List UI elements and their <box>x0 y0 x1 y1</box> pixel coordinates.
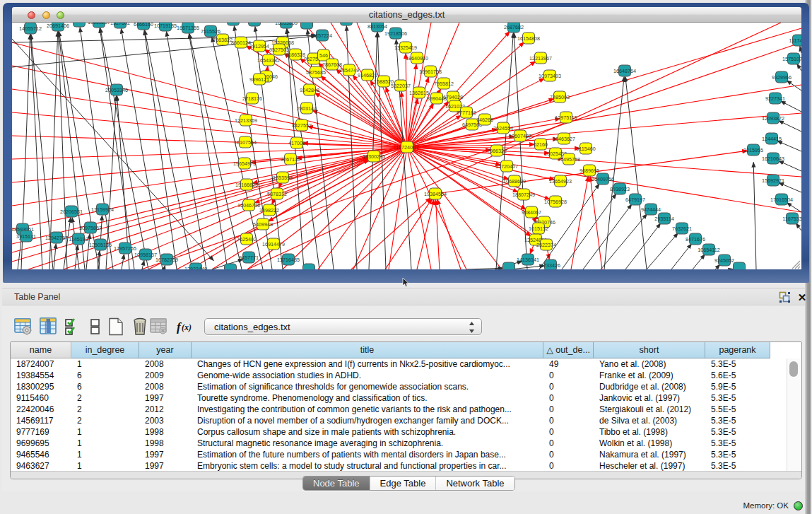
table-vertical-scrollbar[interactable] <box>787 358 801 472</box>
black-edge[interactable] <box>142 260 144 269</box>
yellow-node[interactable]: 13654923 <box>549 175 572 187</box>
column-header-pagerank[interactable]: pagerank <box>705 342 770 358</box>
teal-node[interactable] <box>225 264 237 269</box>
table-cell[interactable]: 2 <box>71 404 139 415</box>
red-edge[interactable] <box>571 176 588 269</box>
table-cell[interactable]: 5.3E-5 <box>705 449 770 460</box>
teal-node[interactable] <box>341 23 353 25</box>
float-panel-icon[interactable] <box>779 291 792 304</box>
black-edge[interactable] <box>779 121 801 132</box>
table-cell[interactable]: 5.6E-5 <box>705 370 770 381</box>
table-cell[interactable]: 9115460 <box>11 392 71 404</box>
table-cell[interactable]: 1 <box>71 426 139 438</box>
table-cell[interactable]: 0 <box>543 392 594 404</box>
yellow-node[interactable]: 16154808 <box>517 33 540 44</box>
teal-node[interactable]: 1117404 <box>789 35 801 46</box>
table-row[interactable]: 1872400712008Changes of HCN gene express… <box>11 358 788 370</box>
table-row[interactable]: 2242004622012Investigating the contribut… <box>11 404 788 415</box>
table-row[interactable]: 946554611997Estimation of the future num… <box>11 449 788 460</box>
table-cell[interactable]: 1998 <box>139 438 192 449</box>
teal-node[interactable] <box>734 262 746 269</box>
table-cell[interactable]: 5.3E-5 <box>705 438 770 449</box>
table-cell[interactable]: 1997 <box>139 449 192 460</box>
table-cell[interactable]: 9699695 <box>11 438 71 449</box>
black-edge[interactable] <box>797 64 801 71</box>
teal-node[interactable] <box>303 264 315 269</box>
table-cell[interactable]: Franke et al. (2009) <box>594 370 705 381</box>
table-cell[interactable]: Hescheler et al. (1997) <box>594 460 705 472</box>
table-cell[interactable]: 0 <box>543 438 594 449</box>
teal-node[interactable]: 17159924 <box>91 204 114 215</box>
table-cell[interactable]: 18300295 <box>11 381 71 392</box>
teal-node[interactable]: 30975867 <box>79 222 102 233</box>
black-edge[interactable] <box>647 233 678 269</box>
table-cell[interactable]: Genome-wide association studies in ADHD. <box>192 370 543 381</box>
table-cell[interactable]: 14569117 <box>11 415 71 426</box>
table-cell[interactable]: 0 <box>543 381 594 392</box>
tab-network-table[interactable]: Network Table <box>436 477 514 490</box>
teal-node[interactable]: 14055712 <box>19 23 42 34</box>
table-cell[interactable]: 5.3E-5 <box>705 358 770 370</box>
black-edge[interactable] <box>777 141 801 151</box>
show-columns-icon[interactable] <box>40 317 58 336</box>
table-cell[interactable]: 2008 <box>139 381 192 392</box>
teal-node[interactable]: 9457771 <box>239 252 259 263</box>
yellow-node[interactable]: 12975115 <box>555 112 577 123</box>
teal-node[interactable]: 17016504 <box>770 194 793 205</box>
black-edge[interactable] <box>287 28 319 269</box>
table-row[interactable]: 1938455462009Genome-wide association stu… <box>11 370 788 381</box>
teal-node[interactable]: 10958157 <box>134 249 157 260</box>
close-panel-icon[interactable]: ✕ <box>796 291 808 303</box>
yellow-node[interactable]: 8454749 <box>339 64 359 76</box>
black-edge[interactable] <box>583 204 632 269</box>
yellow-node[interactable]: 5322037 <box>391 80 411 91</box>
table-cell[interactable]: 1 <box>71 449 139 460</box>
black-edge[interactable] <box>693 255 705 269</box>
table-cell[interactable]: 1997 <box>139 392 192 404</box>
network-canvas[interactable]: 1405571220691406106532871527602646616010… <box>12 23 801 269</box>
teal-node[interactable]: 10654112 <box>698 244 719 255</box>
table-cell[interactable]: Tourette syndrome. Phenomenology and cla… <box>192 392 543 404</box>
black-edge[interactable] <box>54 243 56 269</box>
yellow-node[interactable]: 7955812 <box>434 78 454 89</box>
black-edge[interactable] <box>781 101 801 112</box>
column-header-name[interactable]: name <box>11 342 71 358</box>
table-row[interactable]: 969969511998Structural magnetic resonanc… <box>11 438 788 449</box>
table-row[interactable]: 946362711997Embryonic stem cells: a mode… <box>11 460 788 472</box>
table-cell[interactable]: 5.3E-5 <box>705 392 770 404</box>
teal-node[interactable]: 1527602 <box>110 23 130 28</box>
column-header-short[interactable]: short <box>594 342 705 358</box>
black-edge[interactable] <box>800 46 801 53</box>
black-edge[interactable] <box>287 28 304 269</box>
table-cell[interactable]: 1998 <box>139 426 192 438</box>
resize-grip[interactable] <box>792 261 800 269</box>
yellow-node[interactable]: 9115460 <box>576 143 595 154</box>
table-cell[interactable]: 5.3E-5 <box>705 460 770 472</box>
teal-node[interactable] <box>301 23 313 29</box>
table-cell[interactable]: 2 <box>71 415 139 426</box>
black-edge[interactable] <box>166 31 206 269</box>
teal-node[interactable]: 7632621 <box>672 223 692 234</box>
table-cell[interactable]: 0 <box>543 415 594 426</box>
yellow-node[interactable]: 2718176 <box>242 93 262 104</box>
table-cell[interactable]: 5.9E-5 <box>705 381 770 392</box>
black-edge[interactable] <box>796 223 801 230</box>
table-selector-dropdown[interactable]: citations_edges.txt <box>204 318 482 335</box>
table-row[interactable]: 977716911998Corpus callosum shape and si… <box>11 426 788 438</box>
memory-ok-led[interactable] <box>794 501 803 510</box>
red-edge[interactable] <box>12 147 407 206</box>
column-header-title[interactable]: title <box>192 342 543 358</box>
red-edge[interactable] <box>314 93 407 147</box>
yellow-node[interactable]: 1353594 <box>273 172 293 183</box>
table-cell[interactable]: 5.3E-5 <box>705 426 770 438</box>
teal-node[interactable]: 10653287 <box>88 23 110 28</box>
black-edge[interactable] <box>779 182 801 192</box>
teal-node[interactable]: 19218506 <box>384 28 407 39</box>
yellow-node[interactable]: 10756928 <box>544 196 567 207</box>
table-row[interactable]: 1456911722003Disruption of a novel membe… <box>11 415 788 426</box>
table-cell[interactable]: 49 <box>543 358 594 370</box>
teal-node[interactable]: 7857224 <box>312 30 332 41</box>
black-edge[interactable] <box>396 39 411 269</box>
table-cell[interactable]: Embryonic stem cells: a model to study s… <box>192 460 543 472</box>
table-cell[interactable]: 0 <box>543 426 594 438</box>
